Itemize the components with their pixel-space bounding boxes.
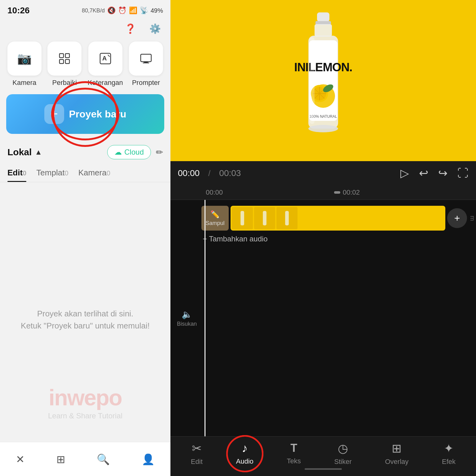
empty-line2: Ketuk "Proyek baru" untuk memulai! — [21, 321, 150, 330]
nav-grid-button[interactable]: ⊞ — [56, 453, 65, 465]
sampul-clip[interactable]: ✏️ Sampul — [201, 206, 229, 231]
grid-icon: ⊞ — [56, 453, 65, 465]
toolbar-overlay[interactable]: ⊞ Overlay — [385, 442, 409, 466]
data-speed-indicator: 80,7KB/d — [82, 7, 105, 14]
volume-icon: 🔈 — [182, 309, 192, 320]
empty-state-text: Proyek akan terlihat di sini. Ketuk "Pro… — [21, 308, 150, 332]
more-text: m — [469, 216, 476, 221]
toolbar-efek[interactable]: ✦ Efek — [442, 442, 456, 466]
kamera-label: Kamera — [12, 79, 36, 87]
undo-button[interactable]: ↩ — [419, 167, 428, 180]
kamera-action[interactable]: 📷 Kamera — [7, 42, 42, 87]
svg-rect-11 — [315, 24, 332, 37]
local-title[interactable]: Lokal ▲ — [7, 147, 42, 157]
tab-edit[interactable]: Edit0 — [7, 164, 26, 182]
bottom-navigation: ✕ ⊞ 🔍 👤 — [0, 442, 170, 476]
tab-templat[interactable]: Templat0 — [36, 164, 68, 182]
right-panel: INILEMON. 100% NATURAL — [170, 0, 476, 476]
wifi-icon: 📡 — [140, 7, 148, 15]
perbaiki-action[interactable]: Perbaiki — [47, 42, 82, 87]
total-time: 00:03 — [219, 168, 241, 178]
toolbar-efek-label: Efek — [442, 458, 456, 466]
video-thumbnail-1 — [232, 207, 253, 229]
timeline-ruler: 00:00 00:02 — [170, 185, 476, 200]
video-track-row: ✏️ Sampul + m — [201, 205, 476, 231]
cloud-label: Cloud — [124, 148, 144, 156]
add-track-button[interactable]: + — [447, 208, 467, 228]
signal-icon: 📶 — [129, 7, 137, 15]
svg-rect-26 — [240, 211, 244, 226]
cloud-button[interactable]: ☁ Cloud — [107, 145, 151, 159]
mute-icon: 🔇 — [107, 7, 116, 15]
add-audio-row[interactable]: + Tambahkan audio — [201, 235, 476, 243]
keterangan-icon-box: A — [88, 42, 122, 76]
profile-icon: 👤 — [142, 453, 155, 465]
toolbar-stiker[interactable]: ◷ Stiker — [334, 442, 352, 466]
nav-search-button[interactable]: 🔍 — [97, 453, 110, 465]
add-audio-text: + Tambahkan audio — [203, 235, 268, 243]
playback-controls: ▷ ↩ ↪ ⛶ — [400, 167, 469, 180]
nav-profile-button[interactable]: 👤 — [142, 453, 155, 465]
left-panel: 10:26 80,7KB/d 🔇 ⏰ 📶 📡 49% ❓ ⚙️ 📷 Kamera — [0, 0, 170, 476]
status-time: 10:26 — [7, 6, 30, 15]
playhead — [205, 200, 205, 436]
home-indicator — [305, 468, 342, 470]
toolbar-edit[interactable]: ✂ Edit — [191, 442, 203, 466]
tab-edit-label: Edit — [7, 168, 23, 177]
bisukan-text: Bisukan — [177, 321, 197, 327]
tab-templat-count: 0 — [64, 169, 68, 177]
prompter-action[interactable]: Prompter — [129, 42, 163, 87]
svg-point-13 — [308, 125, 338, 132]
new-project-plus-icon: + — [44, 104, 64, 124]
nav-back-button[interactable]: ✕ — [16, 453, 24, 465]
current-time: 00:00 — [178, 168, 200, 178]
tabs-row: Edit0 Templat0 Kamera0 — [0, 164, 170, 182]
help-button[interactable]: ❓ — [122, 20, 138, 37]
keterangan-action[interactable]: A Keterangan — [88, 42, 123, 87]
time-separator: / — [208, 169, 210, 178]
fullscreen-button[interactable]: ⛶ — [457, 167, 469, 180]
svg-rect-2 — [60, 60, 64, 64]
edit-button[interactable]: ✏ — [156, 147, 163, 157]
prompter-label: Prompter — [132, 79, 160, 87]
redo-button[interactable]: ↪ — [438, 167, 447, 180]
play-button[interactable]: ▷ — [400, 167, 409, 180]
svg-text:A: A — [102, 55, 107, 62]
local-title-text: Lokal — [7, 147, 32, 157]
status-icons: 80,7KB/d 🔇 ⏰ 📶 📡 49% — [82, 7, 163, 15]
alarm-icon: ⏰ — [118, 7, 126, 15]
svg-rect-25 — [310, 37, 315, 124]
teks-text-icon: T — [290, 442, 297, 455]
back-icon: ✕ — [16, 453, 24, 465]
bisukan-label: 🔈 Bisukan — [173, 309, 201, 327]
new-project-button[interactable]: + Proyek baru — [6, 94, 164, 134]
video-clip-strip[interactable] — [231, 206, 445, 231]
toolbar-items-row: ✂ Edit ♪ Audio T Teks ◷ Stiker ⊞ Overlay — [170, 437, 476, 468]
svg-text:INILEMON.: INILEMON. — [294, 61, 352, 74]
ruler-mark-2: 00:02 — [343, 188, 469, 196]
svg-rect-28 — [285, 211, 289, 226]
status-bar: 10:26 80,7KB/d 🔇 ⏰ 📶 📡 49% — [0, 0, 170, 18]
settings-button[interactable]: ⚙️ — [147, 20, 163, 37]
battery-indicator: 49% — [151, 7, 163, 14]
toolbar-teks[interactable]: T Teks — [287, 442, 301, 466]
toolbar-teks-label: Teks — [287, 457, 301, 465]
sampul-icon: ✏️ — [210, 210, 220, 219]
audio-music-icon: ♪ — [242, 442, 248, 455]
tab-edit-count: 0 — [23, 169, 26, 177]
svg-rect-0 — [60, 54, 64, 58]
svg-rect-6 — [141, 54, 151, 62]
local-expand-icon: ▲ — [35, 148, 42, 156]
kamera-icon-box: 📷 — [7, 42, 42, 76]
toolbar-stiker-label: Stiker — [334, 458, 352, 466]
video-preview: INILEMON. 100% NATURAL — [170, 0, 476, 161]
stiker-icon: ◷ — [338, 442, 348, 455]
watermark-tagline: Learn & Share Tutorial — [48, 412, 122, 420]
toolbar-audio[interactable]: ♪ Audio — [236, 442, 253, 466]
tracks-content: ✏️ Sampul + m — [201, 205, 476, 431]
tab-kamera[interactable]: Kamera0 — [78, 164, 110, 182]
top-icons-row: ❓ ⚙️ — [0, 18, 170, 42]
search-icon: 🔍 — [97, 453, 110, 465]
tab-kamera-count: 0 — [107, 169, 110, 177]
bottle-visual: INILEMON. 100% NATURAL — [170, 0, 476, 161]
